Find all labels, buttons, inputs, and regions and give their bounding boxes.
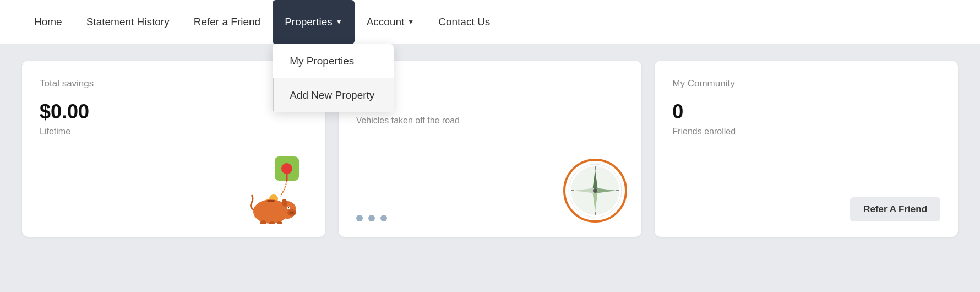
nav-item-home[interactable]: Home — [22, 0, 74, 44]
nav-label-contact-us: Contact Us — [438, 16, 490, 28]
main-content: Total savings $0.00 Lifetime — [0, 44, 980, 253]
properties-dropdown-menu: My Properties Add New Property — [273, 44, 394, 112]
chevron-down-icon: ▼ — [336, 18, 342, 26]
chevron-down-icon-account: ▼ — [407, 18, 414, 26]
card-savings-value: $0.00 — [40, 100, 308, 123]
svg-rect-14 — [260, 220, 266, 224]
nav-item-account[interactable]: Account ▼ — [355, 0, 427, 44]
carousel-dots — [356, 215, 387, 221]
nav-item-properties-wrapper: Properties ▼ My Properties Add New Prope… — [273, 0, 355, 44]
nav-item-contact-us[interactable]: Contact Us — [426, 0, 502, 44]
nav-label-refer-a-friend: Refer a Friend — [194, 16, 260, 28]
nav-item-refer-a-friend[interactable]: Refer a Friend — [182, 0, 273, 44]
dropdown-item-add-new-property[interactable]: Add New Property — [273, 78, 394, 112]
dropdown-label-my-properties: My Properties — [290, 55, 354, 67]
svg-point-1 — [281, 163, 292, 174]
carousel-dot-1[interactable] — [356, 215, 363, 221]
nav-label-home: Home — [34, 16, 62, 28]
carousel-dot-2[interactable] — [368, 215, 375, 221]
carousel-dot-3[interactable] — [380, 215, 387, 221]
svg-rect-17 — [267, 200, 275, 202]
navbar: Home Statement History Refer a Friend Pr… — [0, 0, 980, 44]
card-vehicles-sublabel: Vehicles taken off the road — [356, 116, 624, 126]
refer-a-friend-button[interactable]: Refer A Friend — [850, 197, 940, 221]
svg-point-29 — [593, 188, 597, 193]
piggy-bank-illustration — [241, 152, 312, 224]
svg-point-10 — [292, 212, 294, 214]
card-vehicles-value: 0.00 — [356, 89, 624, 112]
dropdown-item-my-properties[interactable]: My Properties — [273, 44, 394, 78]
card-community-label: My Community — [672, 78, 940, 89]
nav-label-account: Account — [367, 16, 405, 28]
card-community-value: 0 — [672, 100, 940, 123]
compass-illustration — [562, 158, 628, 224]
nav-item-properties[interactable]: Properties ▼ — [273, 0, 355, 44]
svg-point-9 — [290, 212, 292, 214]
card-community-sublabel: Friends enrolled — [672, 127, 940, 137]
card-savings-label: Total savings — [40, 78, 308, 89]
svg-point-12 — [287, 207, 288, 208]
dropdown-label-add-new-property: Add New Property — [290, 89, 374, 101]
nav-item-statement-history[interactable]: Statement History — [74, 0, 182, 44]
nav-label-properties: Properties — [285, 16, 333, 28]
card-savings-sublabel: Lifetime — [40, 127, 308, 137]
card-community: My Community 0 Friends enrolled Refer A … — [655, 61, 958, 237]
nav-label-statement-history: Statement History — [86, 16, 170, 28]
